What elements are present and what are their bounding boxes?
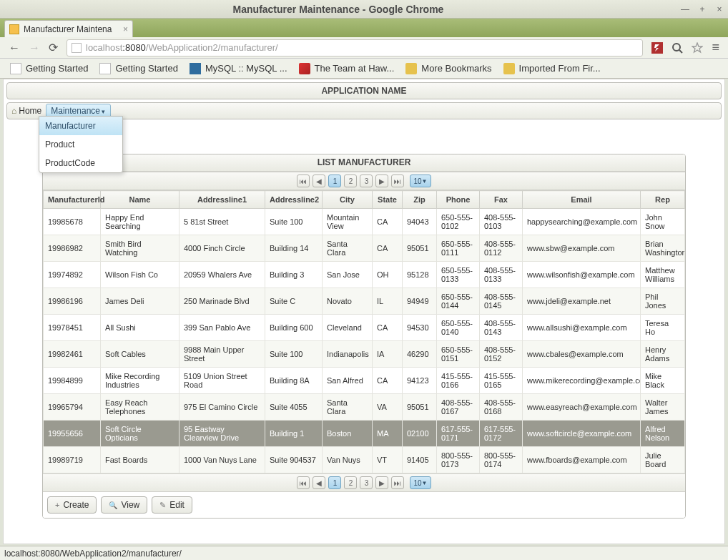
menu-icon[interactable]: ≡ xyxy=(707,40,724,55)
cell-fax: 408-555-0103 xyxy=(480,209,523,235)
cell-city: Santa Clara xyxy=(323,235,373,262)
page-next-icon[interactable]: ▶ xyxy=(375,476,388,489)
table-row[interactable]: 19982461Soft Cables9988 Main Upper Stree… xyxy=(44,341,685,368)
col-rep[interactable]: Rep xyxy=(641,191,685,209)
page-2[interactable]: 2 xyxy=(344,175,357,187)
page-next-icon[interactable]: ▶ xyxy=(375,175,388,187)
table-row[interactable]: 19955656Soft Circle Opticians95 Eastway … xyxy=(44,421,685,447)
bookmark-imported[interactable]: Imported From Fir... xyxy=(498,63,606,74)
cell-fax: 415-555-0165 xyxy=(480,368,523,394)
cell-zip: 02100 xyxy=(403,421,437,447)
zoom-icon[interactable] xyxy=(669,40,685,56)
view-button[interactable]: View xyxy=(101,496,147,514)
edit-button[interactable]: Edit xyxy=(152,496,192,514)
bookmark-more[interactable]: More Bookmarks xyxy=(400,63,497,74)
cell-state: CA xyxy=(373,209,403,235)
page-icon xyxy=(99,63,111,74)
cell-fax: 408-555-0145 xyxy=(480,288,523,315)
favicon-icon xyxy=(9,24,19,34)
cell-a2: Suite 904537 xyxy=(265,447,323,473)
page-size-select[interactable]: 10 xyxy=(410,476,431,489)
manufacturer-table: ManufacturerIdNameAddressline1Addresslin… xyxy=(43,190,685,473)
page-2[interactable]: 2 xyxy=(344,476,357,489)
dropdown-item-product[interactable]: Product xyxy=(39,135,122,154)
col-phone[interactable]: Phone xyxy=(437,191,480,209)
cell-fax: 408-555-0168 xyxy=(480,394,523,421)
cell-email: www.allsushi@example.com xyxy=(523,315,641,341)
cell-rep: John Snow xyxy=(641,209,685,235)
cell-name: Soft Cables xyxy=(101,341,179,368)
cell-state: IA xyxy=(373,341,403,368)
cell-name: James Deli xyxy=(101,288,179,315)
table-row[interactable]: 19989719Fast Boards1000 Van Nuys LaneSui… xyxy=(44,447,685,473)
page-prev-icon[interactable]: ◀ xyxy=(313,476,325,489)
cell-phone: 408-555-0167 xyxy=(437,394,480,421)
table-row[interactable]: 19986982Smith Bird Watching4000 Finch Ci… xyxy=(44,235,685,262)
cell-email: www.cbales@example.com xyxy=(523,341,641,368)
maximize-icon[interactable]: + xyxy=(697,4,707,14)
bookmark-team[interactable]: The Team at Haw... xyxy=(293,63,400,74)
table-row[interactable]: 19965794Easy Reach Telephones975 El Cami… xyxy=(44,394,685,421)
cell-phone: 617-555-0171 xyxy=(437,421,480,447)
col-city[interactable]: City xyxy=(323,191,373,209)
bookmarks-bar: Getting Started Getting Started MySQL ::… xyxy=(0,59,728,79)
cell-email: happysearching@example.com xyxy=(523,209,641,235)
cell-email: www.jdeli@example.net xyxy=(523,288,641,315)
minimize-icon[interactable]: — xyxy=(680,4,690,14)
col-state[interactable]: State xyxy=(373,191,403,209)
bookmark-getting-started-2[interactable]: Getting Started xyxy=(94,63,183,74)
table-row[interactable]: 19986196James Deli250 Marinade BlvdSuite… xyxy=(44,288,685,315)
table-row[interactable]: 19974892Wilson Fish Co20959 Whalers AveB… xyxy=(44,262,685,288)
col-addressline2[interactable]: Addressline2 xyxy=(265,191,323,209)
create-button[interactable]: Create xyxy=(47,496,97,514)
url-path: /WebApplication2/manufacturer/ xyxy=(146,42,278,53)
cell-a1: 5 81st Street xyxy=(179,209,265,235)
table-row[interactable]: 19984899Mike Recording Industries5109 Un… xyxy=(44,368,685,394)
cell-id: 19989719 xyxy=(44,447,101,473)
page-last-icon[interactable]: ⏭ xyxy=(391,175,404,187)
cell-id: 19982461 xyxy=(44,341,101,368)
browser-tab[interactable]: Manufacturer Maintena × xyxy=(4,20,133,37)
back-icon[interactable]: ← xyxy=(4,41,24,54)
flash-icon[interactable] xyxy=(649,40,665,56)
col-zip[interactable]: Zip xyxy=(403,191,437,209)
col-addressline1[interactable]: Addressline1 xyxy=(179,191,265,209)
bookmark-getting-started-1[interactable]: Getting Started xyxy=(4,63,94,74)
mysql-icon xyxy=(190,63,201,74)
col-name[interactable]: Name xyxy=(101,191,179,209)
star-icon[interactable] xyxy=(689,40,705,56)
page-1[interactable]: 1 xyxy=(328,175,341,187)
table-row[interactable]: 19978451All Sushi399 San Pablo AveBuildi… xyxy=(44,315,685,341)
cell-state: VA xyxy=(373,394,403,421)
reload-icon[interactable]: ⟳ xyxy=(44,41,62,54)
bookmark-mysql[interactable]: MySQL :: MySQL ... xyxy=(184,63,293,74)
list-panel: LIST MANUFACTURER ⏮ ◀ 1 2 3 ▶ ⏭ 10 Manuf… xyxy=(42,154,686,519)
cell-email: www.wilsonfish@example.com xyxy=(523,262,641,288)
url-bar[interactable]: localhost :8080 /WebApplication2/manufac… xyxy=(67,39,643,57)
cell-fax: 408-555-0143 xyxy=(480,315,523,341)
page-first-icon[interactable]: ⏮ xyxy=(297,175,310,187)
page-size-select[interactable]: 10 xyxy=(410,175,431,187)
url-port: :8080 xyxy=(122,42,146,53)
page-first-icon[interactable]: ⏮ xyxy=(297,476,310,489)
close-icon[interactable]: × xyxy=(714,4,724,14)
col-manufacturerid[interactable]: ManufacturerId xyxy=(44,191,101,209)
paginator-bottom: ⏮ ◀ 1 2 3 ▶ ⏭ 10 xyxy=(43,473,685,492)
dropdown-item-productcode[interactable]: ProductCode xyxy=(39,154,122,172)
cell-name: Happy End Searching xyxy=(101,209,179,235)
col-email[interactable]: Email xyxy=(523,191,641,209)
page-1[interactable]: 1 xyxy=(328,476,341,489)
breadcrumb-home[interactable]: Home xyxy=(11,106,41,116)
page-3[interactable]: 3 xyxy=(360,175,373,187)
page-last-icon[interactable]: ⏭ xyxy=(391,476,404,489)
page-prev-icon[interactable]: ◀ xyxy=(313,175,325,187)
page-3[interactable]: 3 xyxy=(360,476,373,489)
cell-fax: 408-555-0152 xyxy=(480,341,523,368)
dropdown-item-manufacturer[interactable]: Manufacturer xyxy=(39,117,122,135)
cell-city: Cleveland xyxy=(323,315,373,341)
cell-city: San Jose xyxy=(323,262,373,288)
table-row[interactable]: 19985678Happy End Searching5 81st Street… xyxy=(44,209,685,235)
tab-close-icon[interactable]: × xyxy=(123,24,128,34)
col-fax[interactable]: Fax xyxy=(480,191,523,209)
cell-state: CA xyxy=(373,235,403,262)
